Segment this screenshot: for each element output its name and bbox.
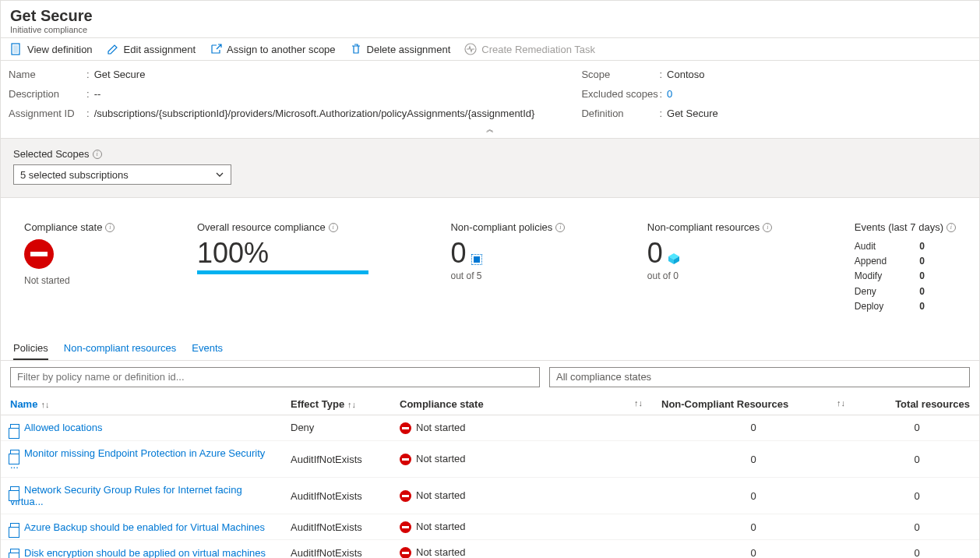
edit-assignment-button[interactable]: Edit assignment <box>107 43 196 55</box>
effect-cell: AuditIfNotExists <box>281 441 390 478</box>
state-cell: Not started <box>390 540 652 558</box>
scopes-dropdown-value: 5 selected subscriptions <box>20 169 129 181</box>
compliance-bar <box>197 270 368 274</box>
nc-cell: 0 <box>652 441 855 478</box>
delete-assignment-label: Delete assignment <box>367 44 451 55</box>
policy-link-icon <box>10 424 19 433</box>
excluded-scopes-label: Excluded scopes <box>581 88 659 100</box>
total-cell: 0 <box>855 415 979 440</box>
policy-link-icon <box>10 486 19 496</box>
policies-table: Name↑↓ Effect Type↑↓ Compliance state↑↓ … <box>1 394 979 558</box>
assign-scope-button[interactable]: Assign to another scope <box>210 43 335 55</box>
event-deploy-value: 0 <box>919 299 925 314</box>
info-icon[interactable]: i <box>763 223 772 232</box>
not-started-icon <box>400 521 411 533</box>
collapse-details-button[interactable]: ︽ <box>1 124 979 138</box>
policy-filter-input[interactable] <box>10 367 540 387</box>
total-cell: 0 <box>855 514 979 540</box>
selected-scopes-section: Selected Scopes i 5 selected subscriptio… <box>1 138 979 198</box>
event-deny-label: Deny <box>855 284 876 299</box>
table-row: Disk encryption should be applied on vir… <box>1 540 979 558</box>
nc-cell: 0 <box>652 514 855 540</box>
col-total[interactable]: Total resources <box>855 394 979 415</box>
policy-name-link[interactable]: Disk encryption should be applied on vir… <box>24 547 266 558</box>
events-stat: Events (last 7 days) i Audit0 Append0 Mo… <box>855 221 956 314</box>
tab-events[interactable]: Events <box>192 337 223 360</box>
policy-name-link[interactable]: Allowed locations <box>24 422 102 433</box>
pulse-icon <box>464 43 477 55</box>
col-name[interactable]: Name↑↓ <box>1 394 281 415</box>
not-started-icon <box>400 422 411 434</box>
assignment-id-label: Assignment ID <box>9 108 86 119</box>
col-state[interactable]: Compliance state↑↓ <box>390 394 652 415</box>
event-append-label: Append <box>855 254 887 269</box>
assignment-id-value: /subscriptions/{subscriptionId}/provider… <box>94 108 535 119</box>
event-modify-label: Modify <box>855 269 882 284</box>
noncompliant-resources-value: 0 <box>647 239 663 267</box>
event-deny-value: 0 <box>919 284 925 299</box>
policy-link-icon <box>10 450 19 459</box>
state-cell: Not started <box>390 514 652 540</box>
table-row: Azure Backup should be enabled for Virtu… <box>1 514 979 540</box>
delete-assignment-button[interactable]: Delete assignment <box>350 43 451 55</box>
not-started-icon <box>400 454 411 465</box>
tab-policies[interactable]: Policies <box>13 337 48 360</box>
overall-compliance-value: 100% <box>197 239 368 267</box>
definition-value: Get Secure <box>667 108 718 119</box>
effect-cell: AuditIfNotExists <box>281 478 390 514</box>
overall-compliance-stat: Overall resource compliance i 100% <box>197 221 368 314</box>
table-row: Allowed locationsDenyNot started00 <box>1 415 979 440</box>
excluded-scopes-value[interactable]: 0 <box>667 88 672 100</box>
scope-label: Scope <box>581 69 659 80</box>
info-icon[interactable]: i <box>93 150 102 159</box>
event-audit-value: 0 <box>919 239 925 254</box>
event-modify-value: 0 <box>919 269 925 284</box>
info-icon[interactable]: i <box>105 223 115 232</box>
name-value: Get Secure <box>94 69 146 80</box>
total-cell: 0 <box>855 478 979 514</box>
pencil-icon <box>107 43 119 55</box>
info-icon[interactable]: i <box>555 223 565 232</box>
event-append-value: 0 <box>919 254 925 269</box>
definition-label: Definition <box>581 108 659 119</box>
page-subtitle: Initiative compliance <box>10 25 970 34</box>
policy-name-link[interactable]: Monitor missing Endpoint Protection in A… <box>10 447 265 471</box>
not-started-icon <box>400 547 411 558</box>
noncompliant-policies-value: 0 <box>450 239 466 267</box>
col-ncres[interactable]: Non-Compliant Resources↑↓ <box>652 394 855 415</box>
view-definition-button[interactable]: View definition <box>10 43 93 55</box>
effect-cell: Deny <box>281 415 390 440</box>
name-label: Name <box>9 69 86 80</box>
nc-cell: 0 <box>652 415 855 440</box>
noncompliant-resources-sub: out of 0 <box>647 270 773 281</box>
view-definition-label: View definition <box>27 44 93 55</box>
policy-icon <box>471 254 482 265</box>
policy-name-link[interactable]: Azure Backup should be enabled for Virtu… <box>24 521 265 533</box>
create-remediation-label: Create Remediation Task <box>481 44 595 55</box>
page-title: Get Secure <box>10 7 970 25</box>
col-effect[interactable]: Effect Type↑↓ <box>281 394 390 415</box>
scopes-dropdown[interactable]: 5 selected subscriptions <box>13 164 231 185</box>
trash-icon <box>350 43 362 55</box>
state-cell: Not started <box>390 478 652 514</box>
not-started-icon <box>400 490 411 502</box>
compliance-state-filter[interactable]: All compliance states <box>549 367 970 387</box>
noncompliant-resources-stat: Non-compliant resources i 0 out of 0 <box>647 221 773 314</box>
total-cell: 0 <box>855 540 979 558</box>
info-icon[interactable]: i <box>329 223 338 232</box>
event-deploy-label: Deploy <box>855 299 883 314</box>
tab-noncompliant-resources[interactable]: Non-compliant resources <box>64 337 177 360</box>
selected-scopes-label: Selected Scopes i <box>13 148 967 160</box>
event-audit-label: Audit <box>855 239 876 254</box>
state-cell: Not started <box>390 441 652 478</box>
arrow-out-icon <box>210 43 222 55</box>
command-bar: View definition Edit assignment Assign t… <box>1 37 979 61</box>
not-started-icon <box>24 239 54 269</box>
policy-name-link[interactable]: Network Security Group Rules for Interne… <box>10 484 242 507</box>
document-icon <box>10 43 23 55</box>
assign-scope-label: Assign to another scope <box>227 44 335 55</box>
description-value: -- <box>94 88 101 100</box>
info-icon[interactable]: i <box>947 223 956 232</box>
policy-link-icon <box>10 523 19 532</box>
policy-link-icon <box>10 549 19 558</box>
